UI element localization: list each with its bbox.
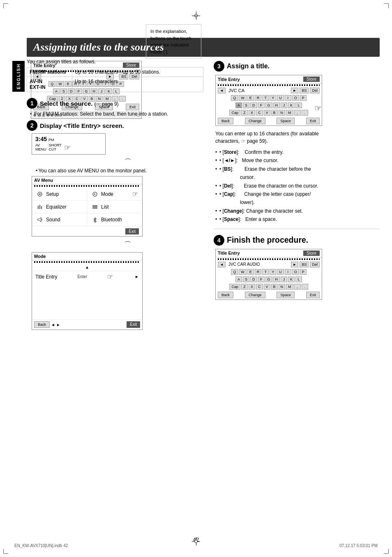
av-menu-item-eq[interactable]: Equalizer [32,201,87,214]
tp-jvc-car-right[interactable]: ► [291,262,299,267]
tp-jvc-car-change[interactable]: Change [245,292,265,298]
finger-icon-1: ☞ [64,143,71,152]
tp-jvc-car-back[interactable]: Back [218,292,233,298]
tp-jvc-ca-right[interactable]: ► [291,88,299,93]
sidebar-label: ENGLISH [16,63,21,89]
step2-header: 2 Display <Title Entry> screen. [27,120,203,131]
tp-jvc-ca-input: JVC CA [228,88,244,93]
touch-panel-jvc-car: Title Entry Store ◄ JVC CAR AUDIO ► BS D… [215,249,322,300]
mode-menu-spacer [32,282,142,295]
tp-jvc-car-space[interactable]: Space [277,292,295,298]
step2-circle: 2 [27,120,37,131]
av-menu-label-mode: Mode [101,191,113,197]
tp-jvc-ca-change[interactable]: Change [245,118,265,124]
page-title: Assigning titles to the sources [33,41,373,53]
mode-menu-panel: Mode ▲ Title Entry Enter ☞ ► Back [32,252,143,330]
up-arrow-icon[interactable]: ▲ [85,265,89,269]
av-menu-exit-btn[interactable]: Exit [125,228,139,234]
av-menu-title: AV Menu [32,176,142,184]
av-menu-label-sound: Sound [46,217,60,223]
mode-menu-up-arrow: ▲ [32,264,142,271]
step3-b-bs: • [BS]: Erase the character before the c… [215,165,380,182]
step3-b-arrows: • [◄/►]: Move the cursor. [215,156,380,165]
title-banner: Assigning titles to the sources [27,38,380,57]
svg-rect-8 [92,208,97,209]
short-cut-icon-sm: SHORTCUT [49,143,62,152]
svg-marker-9 [38,218,41,222]
tp-blank-exit[interactable]: Exit [126,104,139,110]
tp-jvc-car-row3: Cap Z X C V B N M , . [216,283,322,290]
tp-jvc-ca-row1: Q W E R T Y U I O P [216,94,322,102]
right-arrow-enter: ► [135,274,139,279]
intro-text: You can assign titles as follows. [27,59,203,65]
step2-panel-area: 3:45 PM AVMENU SHORTCUT ☞ ⌒ • You can al… [32,133,203,330]
footer-right: 07.12.17 5:03:01 PM [339,543,378,548]
tp-jvc-car-exit[interactable]: Exit [306,292,320,298]
tp-jvc-ca-del[interactable]: Del [310,88,320,93]
tp-jvc-car-input: JVC CAR AUDIO [228,262,260,267]
finger-icon-mode: ☞ [132,190,138,198]
tp-jvc-car-left[interactable]: ◄ [218,262,226,267]
mode-menu-bottom: Back ◄ ► Exit [32,319,142,330]
tp-jvc-ca-back[interactable]: Back [218,118,233,124]
note-text: In the explanation, buttons on the touch… [150,29,191,54]
av-menu-panel: AV Menu Setup Mode ☞ [32,176,143,237]
tp-blank-store[interactable]: Store [123,63,139,68]
mode-menu-exit-btn[interactable]: Exit [127,321,140,328]
table-row: FM/AM stations Up to 16 characters—up to… [27,67,203,77]
tp-jvc-ca-bs[interactable]: BS [300,88,309,93]
tp-jvc-ca-space[interactable]: Space [277,118,295,124]
list-icon [91,203,99,211]
tp-jvc-car-dotline [218,258,320,260]
step3-circle: 3 [214,61,224,72]
step3-b-change: • [Change]: Change the character set. [215,207,380,215]
step2-title: Display <Title Entry> screen. [40,122,124,129]
tp-jvc-car-del[interactable]: Del [310,262,320,267]
english-sidebar: ENGLISH [12,61,25,92]
step1-bullet1: For FM/AM stations: Select the band, the… [30,111,203,117]
note-box: In the explanation, buttons on the touch… [146,24,201,59]
mode-menu-title: Mode [32,253,142,260]
av-menu-icon-sm: AVMENU [35,143,46,152]
step3-title: Assign a title. [227,63,270,70]
svg-rect-7 [92,207,97,207]
step4-header: 4 Finish the procedure. [214,235,380,246]
step3-header: 3 Assign a title. [214,61,380,72]
crosshair-bottom [192,537,200,545]
step3-b-del: • [Del]: Erase the character on the curs… [215,182,380,190]
curved-arrow-2: ⌒ [52,240,203,250]
tp-jvc-ca-input-row: ◄ JVC CA ► BS Del [216,87,322,94]
step3-b-space: • [Space]: Enter a space. [215,215,380,223]
tp-jvc-car-row1: Q W E R T Y U I O P [216,268,322,276]
down-arrow-icon[interactable]: ◄ [51,323,55,327]
av-menu-label-setup: Setup [46,191,59,197]
step3-intro: You can enter up to 16 characters (for a… [215,130,380,145]
tp-jvc-car-store[interactable]: Store [303,251,320,256]
av-menu-item-mode[interactable]: Mode ☞ [87,188,142,201]
av-menu-item-bt[interactable]: Bluetooth [87,214,142,226]
divider [214,229,380,229]
mode-menu-enter-label: Enter [77,274,87,279]
tp-jvc-ca-bottom: Back Change Space Exit [216,116,322,125]
mode-menu-spacer2 [32,295,142,307]
time-display-panel: 3:45 PM AVMENU SHORTCUT ☞ [32,133,106,155]
time-pm: PM [48,138,54,142]
mode-menu-back-btn[interactable]: Back [34,321,50,328]
down-arrow2-icon[interactable]: ► [56,323,60,327]
step1-header: 1 Select the source. (☞ page 9) [27,98,203,109]
tp-jvc-ca-store[interactable]: Store [303,77,320,82]
mode-menu-spacer3 [32,307,142,319]
av-menu-item-sound[interactable]: Sound [32,214,87,226]
tp-jvc-car-bs[interactable]: BS [300,262,309,267]
tp-jvc-ca-left[interactable]: ◄ [218,88,226,93]
av-menu-label-eq: Equalizer [46,204,67,210]
mode-menu-dotline [34,261,140,263]
step3-b-store: • [Store]: Confirm the entry. [215,148,380,156]
tp-jvc-car-row2: A S D F G H J K L [216,276,322,283]
av-menu-label-bt: Bluetooth [101,217,122,223]
corner-mark-bl [3,549,8,554]
av-menu-item-list[interactable]: List [87,201,142,214]
av-menu-item-setup[interactable]: Setup [32,188,87,201]
tp-jvc-ca-exit[interactable]: Exit [306,118,320,124]
step1-circle: 1 [27,98,37,109]
